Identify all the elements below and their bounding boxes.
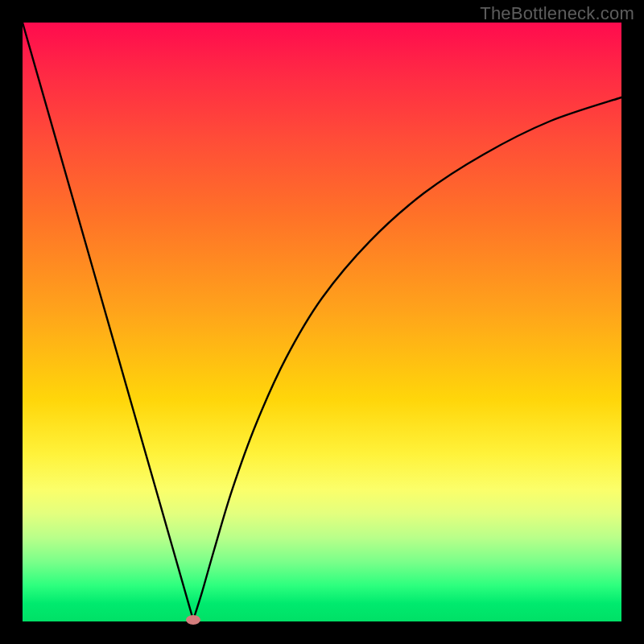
optimum-marker	[186, 615, 200, 625]
chart-frame: TheBottleneck.com	[0, 0, 644, 644]
curve-right	[193, 97, 621, 620]
plot-area	[23, 23, 621, 621]
curve-left	[23, 23, 193, 620]
bottleneck-curve	[23, 23, 621, 621]
watermark-text: TheBottleneck.com	[480, 3, 634, 24]
